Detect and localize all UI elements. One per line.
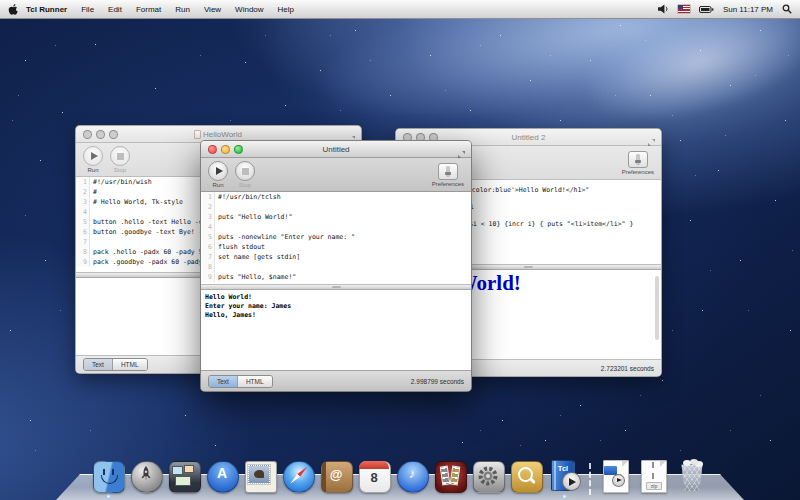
elapsed-time: 2.998799 seconds <box>411 378 464 385</box>
dock-app-store-icon[interactable]: A <box>205 459 239 493</box>
output-mode-segmented-control: Text HTML <box>208 375 273 388</box>
preferences-button[interactable]: Preferences <box>432 163 464 187</box>
output-mode-segmented-control: Text HTML <box>83 358 148 371</box>
traffic-lights <box>83 130 118 139</box>
menu-edit[interactable]: Edit <box>108 5 122 14</box>
menu-bar: Tcl Runner File Edit Format Run View Win… <box>0 0 800 19</box>
tab-html[interactable]: HTML <box>237 376 272 387</box>
menu-run[interactable]: Run <box>175 5 190 14</box>
preferences-icon <box>438 163 458 180</box>
output-line: Hello, James! <box>205 311 467 320</box>
code-line: 5puts -nonewline "Enter your name: " <box>201 232 471 242</box>
dock-tcl-document-icon[interactable] <box>599 459 633 493</box>
code-line: 4 <box>201 222 471 232</box>
window-untitled: Untitled Run Stop Preferences 1#!/usr/bi… <box>200 140 472 392</box>
minimize-button[interactable] <box>221 145 230 154</box>
battery-icon[interactable] <box>699 5 714 14</box>
running-indicator <box>562 494 567 499</box>
dock-itunes-icon[interactable]: ♪ <box>395 459 429 493</box>
volume-icon[interactable] <box>658 4 669 14</box>
dock: A @ 8 ♪ Tcl zip <box>0 450 800 500</box>
bottom-bar: Text HTML 2.998799 seconds <box>201 370 471 391</box>
play-icon <box>216 167 223 175</box>
stop-icon <box>117 153 124 160</box>
stop-icon <box>242 168 249 175</box>
tab-text[interactable]: Text <box>209 376 237 387</box>
play-badge-icon <box>562 472 581 491</box>
code-line: 9puts "Hello, $name!" <box>201 272 471 282</box>
running-indicator <box>106 494 111 499</box>
title-bar[interactable]: Untitled <box>201 141 471 158</box>
dock-launchpad-icon[interactable] <box>129 459 163 493</box>
dock-address-book-icon[interactable]: @ <box>319 459 353 493</box>
dock-calendar-icon[interactable]: 8 <box>357 459 391 493</box>
minimize-button[interactable] <box>96 130 105 139</box>
elapsed-time: 2.723201 seconds <box>601 365 654 372</box>
tab-html[interactable]: HTML <box>112 359 147 370</box>
code-line: 1#!/usr/bin/tclsh <box>201 192 471 202</box>
code-line: 8 <box>201 262 471 272</box>
zoom-button[interactable] <box>234 145 243 154</box>
close-button[interactable] <box>83 130 92 139</box>
preferences-icon <box>628 151 648 168</box>
menu-window[interactable]: Window <box>235 5 263 14</box>
desktop: Tcl Runner File Edit Format Run View Win… <box>0 0 800 500</box>
menu-help[interactable]: Help <box>278 5 294 14</box>
stop-button[interactable]: Stop <box>235 161 255 188</box>
dock-finder-icon[interactable] <box>91 459 125 493</box>
apple-menu-icon[interactable] <box>8 3 19 15</box>
play-badge-icon <box>612 474 625 487</box>
dock-tcl-runner-icon[interactable]: Tcl <box>547 459 581 493</box>
menu-format[interactable]: Format <box>136 5 161 14</box>
dock-zip-document-icon[interactable]: zip <box>637 459 671 493</box>
stop-button[interactable]: Stop <box>110 146 130 173</box>
toolbar: Run Stop Preferences <box>201 158 471 192</box>
trash-papers <box>681 459 703 466</box>
zoom-button[interactable] <box>109 130 118 139</box>
app-menu-title[interactable]: Tcl Runner <box>26 5 67 14</box>
output-line: Enter your name: James <box>205 302 467 311</box>
document-proxy-icon <box>195 131 200 138</box>
preferences-button[interactable]: Preferences <box>622 151 654 175</box>
input-language-flag-icon[interactable] <box>678 5 690 13</box>
code-line: 2 <box>201 202 471 212</box>
spotlight-icon[interactable] <box>782 4 792 14</box>
play-icon <box>91 152 98 160</box>
window-title: HelloWorld <box>76 130 361 139</box>
code-line: 6flush stdout <box>201 242 471 252</box>
scrollbar[interactable] <box>655 276 659 340</box>
dock-photo-booth-icon[interactable] <box>433 459 467 493</box>
output-pane: Hello World! Enter your name: James Hell… <box>201 290 471 370</box>
calendar-day: 8 <box>359 470 389 485</box>
close-button[interactable] <box>208 145 217 154</box>
code-line: 7set name [gets stdin] <box>201 252 471 262</box>
menu-view[interactable]: View <box>204 5 221 14</box>
dock-system-preferences-icon[interactable] <box>471 459 505 493</box>
dock-separator <box>585 459 595 493</box>
code-line: 3puts "Hello World!" <box>201 212 471 222</box>
dock-safari-icon[interactable] <box>281 459 315 493</box>
traffic-lights <box>208 145 243 154</box>
run-button[interactable]: Run <box>208 161 228 188</box>
dock-mission-control-icon[interactable] <box>167 459 201 493</box>
output-line: Hello World! <box>205 293 467 302</box>
menu-clock[interactable]: Sun 11:17 PM <box>723 5 773 14</box>
tab-text[interactable]: Text <box>84 359 112 370</box>
run-button[interactable]: Run <box>83 146 103 173</box>
dock-search-app-icon[interactable] <box>509 459 543 493</box>
dock-mail-icon[interactable] <box>243 459 277 493</box>
dock-trash-icon[interactable] <box>675 459 709 493</box>
menu-file[interactable]: File <box>81 5 94 14</box>
code-editor[interactable]: 1#!/usr/bin/tclsh 2 3puts "Hello World!"… <box>201 192 471 284</box>
zip-label: zip <box>646 482 662 490</box>
